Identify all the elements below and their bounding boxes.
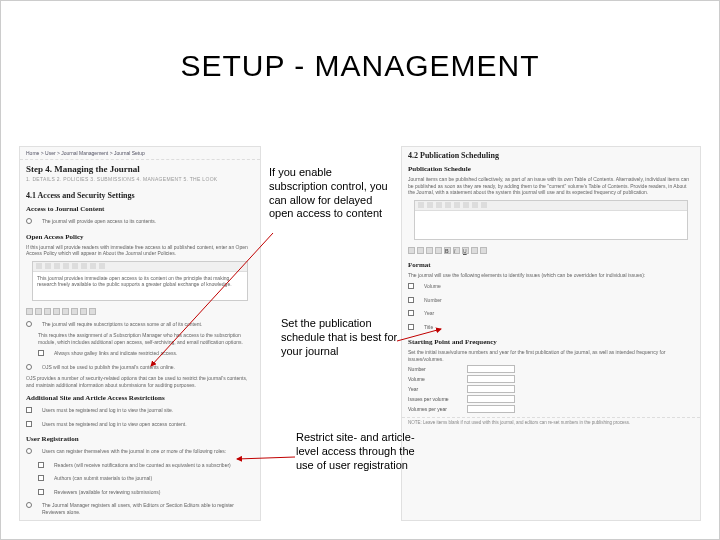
subsection-additional-restrictions: Additional Site and Article Access Restr… <box>20 390 260 404</box>
breadcrumb-text: Home > User > Journal Management > Journ… <box>26 150 145 156</box>
option-restrict-site[interactable]: Users must be registered and log in to v… <box>20 404 260 418</box>
field-label: Volume <box>408 376 463 382</box>
option-label: The Journal Manager registers all users,… <box>36 501 254 517</box>
volume-input[interactable] <box>467 375 515 383</box>
vpy-input[interactable] <box>467 405 515 413</box>
checkbox-icon[interactable] <box>408 310 414 316</box>
option-role-reviewers[interactable]: Reviewers (available for reviewing submi… <box>20 486 260 500</box>
inline-toolbar: BIU <box>402 244 700 257</box>
checkbox-icon[interactable] <box>408 324 414 330</box>
callout-restrict-access: Restrict site- and article-level access … <box>296 431 416 472</box>
option-label: Number <box>418 296 448 306</box>
option-open-access[interactable]: The journal will provide open access to … <box>20 215 260 229</box>
field-number: Number <box>402 364 700 374</box>
field-year: Year <box>402 384 700 394</box>
right-screenshot-panel: 4.2 Publication Scheduling Publication S… <box>401 146 701 521</box>
field-volumes-per-year: Volumes per year <box>402 404 700 414</box>
format-year[interactable]: Year <box>402 307 700 321</box>
security-note: OJS provides a number of security-relate… <box>20 374 260 390</box>
field-volume: Volume <box>402 374 700 384</box>
subsection-access-journal-content: Access to Journal Content <box>20 201 260 215</box>
option-label: Users can register themselves with the j… <box>36 447 232 457</box>
subscription-note: This requires the assignment of a Subscr… <box>20 331 260 347</box>
slide-title: SETUP - MANAGEMENT <box>1 49 719 83</box>
left-heading-step4: Step 4. Managing the Journal <box>20 160 260 176</box>
format-title[interactable]: Title <box>402 321 700 335</box>
option-label: Authors (can submit materials to the jou… <box>48 474 158 484</box>
year-input[interactable] <box>467 385 515 393</box>
ps-description: Journal items can be published collectiv… <box>402 175 700 198</box>
number-input[interactable] <box>467 365 515 373</box>
left-screenshot-panel: Home > User > Journal Management > Journ… <box>19 146 261 521</box>
option-show-galley[interactable]: Always show galley links and indicate re… <box>20 347 260 361</box>
frequency-note: NOTE: Leave items blank if not used with… <box>402 417 700 427</box>
option-self-register[interactable]: Users can register themselves with the j… <box>20 445 260 459</box>
setup-tabs: 1. DETAILS 2. POLICIES 3. SUBMISSIONS 4.… <box>20 176 260 185</box>
format-volume[interactable]: Volume <box>402 280 700 294</box>
checkbox-icon[interactable] <box>38 475 44 481</box>
option-subscription[interactable]: The journal will require subscriptions t… <box>20 318 260 332</box>
spf-description: Set the initial issue/volume numbers and… <box>402 348 700 364</box>
option-role-readers[interactable]: Readers (will receive notifications and … <box>20 459 260 473</box>
section-4-2: 4.2 Publication Scheduling <box>402 147 700 161</box>
option-label: OJS will not be used to publish the jour… <box>36 363 181 373</box>
option-label: Always show galley links and indicate re… <box>48 349 183 359</box>
fmt-description: The journal will use the following eleme… <box>402 271 700 281</box>
field-label: Number <box>408 366 463 372</box>
callout-subscription-delayed-oa: If you enable subscription control, you … <box>269 166 389 221</box>
checkbox-icon[interactable] <box>26 407 32 413</box>
checkbox-icon[interactable] <box>38 489 44 495</box>
subsection-format: Format <box>402 257 700 271</box>
editor-toolbar[interactable] <box>415 201 687 211</box>
checkbox-icon[interactable] <box>26 421 32 427</box>
checkbox-icon[interactable] <box>408 283 414 289</box>
checkbox-icon[interactable] <box>38 350 44 356</box>
radio-icon[interactable] <box>26 218 32 224</box>
editor-content: This journal provides immediate open acc… <box>33 272 247 291</box>
radio-icon[interactable] <box>26 502 32 508</box>
subsection-user-registration: User Registration <box>20 431 260 445</box>
subsection-publication-schedule: Publication Schedule <box>402 161 700 175</box>
option-label: The journal will require subscriptions t… <box>36 320 208 330</box>
editor-toolbar[interactable] <box>33 262 247 272</box>
radio-icon[interactable] <box>26 448 32 454</box>
option-restrict-article[interactable]: Users must be registered and log in to v… <box>20 418 260 432</box>
radio-icon[interactable] <box>26 321 32 327</box>
option-label: Year <box>418 309 440 319</box>
option-label: Readers (will receive notifications and … <box>48 461 237 471</box>
option-jm-registers[interactable]: The Journal Manager registers all users,… <box>20 499 260 519</box>
ipv-input[interactable] <box>467 395 515 403</box>
radio-icon[interactable] <box>26 364 32 370</box>
oap-description: If this journal will provide readers wit… <box>20 243 260 259</box>
option-label: Users must be registered and log in to v… <box>36 420 193 430</box>
ps-editor[interactable] <box>414 200 688 240</box>
section-4-1: 4.1 Access and Security Settings <box>20 185 260 201</box>
inline-toolbar <box>20 305 260 318</box>
field-label: Year <box>408 386 463 392</box>
field-label: Issues per volume <box>408 396 463 402</box>
checkbox-icon[interactable] <box>38 462 44 468</box>
field-issues-per-volume: Issues per volume <box>402 394 700 404</box>
field-label: Volumes per year <box>408 406 463 412</box>
subsection-starting-point: Starting Point and Frequency <box>402 334 700 348</box>
option-label: Reviewers (available for reviewing submi… <box>48 488 166 498</box>
callout-publication-schedule: Set the publication schedule that is bes… <box>281 317 401 358</box>
oap-editor[interactable]: This journal provides immediate open acc… <box>32 261 248 301</box>
option-label: The journal will provide open access to … <box>36 217 162 227</box>
checkbox-icon[interactable] <box>408 297 414 303</box>
option-no-online[interactable]: OJS will not be used to publish the jour… <box>20 361 260 375</box>
format-number[interactable]: Number <box>402 294 700 308</box>
option-label: Users must be registered and log in to v… <box>36 406 179 416</box>
option-label: Volume <box>418 282 447 292</box>
breadcrumb: Home > User > Journal Management > Journ… <box>20 147 260 160</box>
option-role-authors[interactable]: Authors (can submit materials to the jou… <box>20 472 260 486</box>
option-label: Title <box>418 323 439 333</box>
slide: SETUP - MANAGEMENT Home > User > Journal… <box>0 0 720 540</box>
subsection-open-access-policy: Open Access Policy <box>20 229 260 243</box>
